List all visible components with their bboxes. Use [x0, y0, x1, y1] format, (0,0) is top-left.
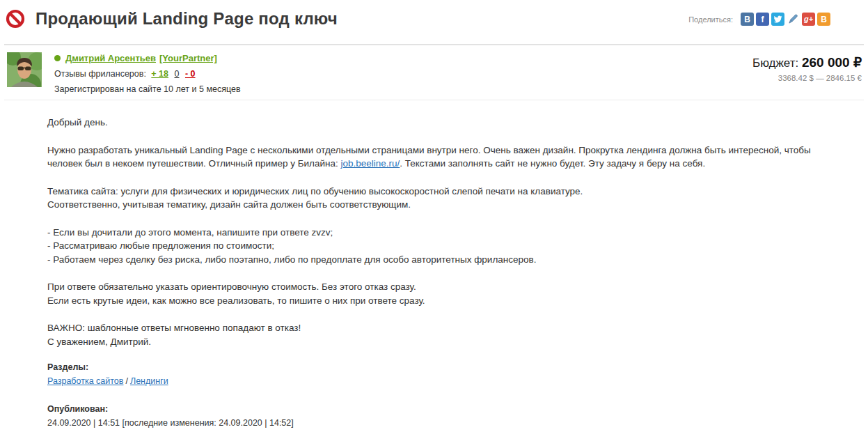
- sections-links: Разработка сайтов/Лендинги: [47, 376, 847, 386]
- beeline-link[interactable]: job.beeline.ru/: [341, 158, 400, 169]
- share-bar: Поделиться: В f g+ В: [688, 13, 830, 26]
- no-entry-icon: [6, 9, 25, 29]
- sections-block: Разделы: Разработка сайтов/Лендинги: [47, 362, 847, 386]
- task-paragraph: Нужно разработать уникальный Landing Pag…: [47, 144, 847, 171]
- response-line-1: При ответе обязательно указать ориентиро…: [47, 280, 847, 294]
- important-paragraph: ВАЖНО: шаблонные ответы мгновенно попада…: [47, 321, 847, 348]
- condition-item: - Работаем через сделку без риска, либо …: [47, 253, 847, 267]
- theme-line-1: Тематика сайта: услуги для физических и …: [47, 185, 847, 199]
- share-label: Поделиться:: [688, 15, 733, 24]
- user-card: Дмитрий Арсентьев [YourPartner] Отзывы ф…: [0, 45, 868, 100]
- budget-label: Бюджет:: [752, 56, 798, 70]
- partner-tag-link[interactable]: [YourPartner]: [159, 53, 217, 63]
- user-info: Дмитрий Арсентьев [YourPartner] Отзывы ф…: [54, 52, 241, 100]
- conditions-list: - Если вы дочитали до этого момента, нап…: [47, 226, 847, 267]
- condition-item: - Рассматриваю любые предложения по стои…: [47, 239, 847, 253]
- section-link-landings[interactable]: Лендинги: [130, 376, 168, 386]
- google-plus-icon[interactable]: g+: [802, 13, 815, 26]
- condition-item: - Если вы дочитали до этого момента, нап…: [47, 226, 847, 240]
- registered-text: Зарегистрирован на сайте 10 лет и 5 меся…: [54, 84, 241, 94]
- important-line: ВАЖНО: шаблонные ответы мгновенно попада…: [47, 321, 847, 335]
- footer-actions: Публиковать еще раз Редактировать: [0, 428, 868, 448]
- budget-converted: 3368.42 $ — 2846.15 €: [752, 74, 862, 82]
- reviews-label: Отзывы фрилансеров:: [54, 69, 146, 79]
- blogger-icon[interactable]: В: [817, 13, 830, 26]
- budget-line: Бюджет: 260 000 ₽: [752, 54, 862, 70]
- response-line-2: Если есть крутые идеи, как можно все реа…: [47, 294, 847, 308]
- reviews-negative-link[interactable]: - 0: [185, 69, 196, 79]
- sections-label: Разделы:: [47, 362, 847, 372]
- page-title: Продающий Landing Page под ключ: [35, 9, 338, 29]
- vkontakte-icon[interactable]: В: [741, 13, 754, 26]
- task-text-after-link: . Текстами заполнять сайт не нужно будет…: [400, 158, 705, 169]
- online-status-icon: [54, 55, 61, 61]
- user-name-row: Дмитрий Арсентьев [YourPartner]: [54, 53, 241, 63]
- facebook-icon[interactable]: f: [756, 13, 769, 26]
- published-value: 24.09.2020 | 14:51 [последние изменения:…: [47, 418, 847, 428]
- signature-line: С уважением, Дмитрий.: [47, 335, 847, 349]
- twitter-icon[interactable]: [771, 13, 784, 26]
- livejournal-icon[interactable]: [787, 13, 800, 26]
- published-label: Опубликован:: [47, 404, 847, 414]
- job-description: Добрый день. Нужно разработать уникальны…: [0, 100, 868, 348]
- budget-block: Бюджет: 260 000 ₽ 3368.42 $ — 2846.15 €: [752, 54, 862, 82]
- avatar[interactable]: [7, 52, 42, 87]
- page-header: Продающий Landing Page под ключ Поделить…: [0, 0, 868, 36]
- reviews-neutral-link[interactable]: 0: [175, 69, 180, 79]
- response-paragraph: При ответе обязательно указать ориентиро…: [47, 280, 847, 307]
- theme-line-2: Соответственно, учитывая тематику, дизай…: [47, 198, 847, 212]
- theme-paragraph: Тематика сайта: услуги для физических и …: [47, 185, 847, 212]
- budget-amount: 260 000 ₽: [802, 55, 862, 70]
- meta-info: Разделы: Разработка сайтов/Лендинги Опуб…: [0, 362, 868, 428]
- reviews-row: Отзывы фрилансеров: + 18 0 - 0: [54, 69, 241, 79]
- published-block: Опубликован: 24.09.2020 | 14:51 [последн…: [47, 404, 847, 428]
- reviews-positive-link[interactable]: + 18: [151, 69, 168, 79]
- section-link-sites[interactable]: Разработка сайтов: [47, 376, 123, 386]
- greeting-paragraph: Добрый день.: [47, 116, 847, 130]
- section-separator: /: [125, 376, 127, 386]
- user-name-link[interactable]: Дмитрий Арсентьев: [65, 53, 156, 63]
